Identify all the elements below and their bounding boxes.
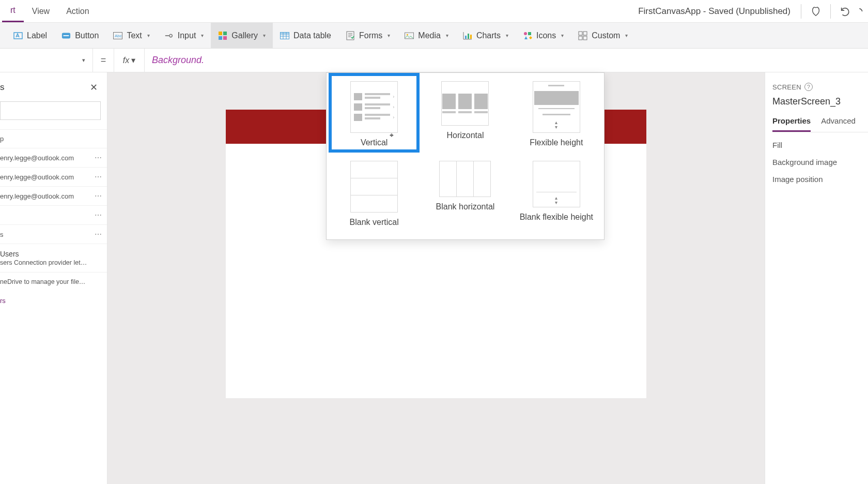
undo-icon[interactable] xyxy=(835,1,856,22)
svg-rect-15 xyxy=(465,36,467,39)
data-item[interactable]: enry.legge@outlook.com ⋯ xyxy=(0,186,107,205)
more-icon[interactable]: ⋯ xyxy=(95,154,103,162)
gallery-thumb xyxy=(441,81,489,126)
ribbon-custom[interactable]: Custom ▾ xyxy=(571,23,635,48)
icons-icon xyxy=(523,31,532,40)
equals-label: = xyxy=(93,55,114,66)
data-search-input[interactable] xyxy=(0,101,101,120)
data-item[interactable]: enry.legge@outlook.com ⋯ xyxy=(0,167,107,186)
gallery-thumb xyxy=(350,161,398,213)
gallery-thumb: ▴▾ xyxy=(533,81,580,133)
gallery-option-blank-vertical[interactable]: Blank vertical xyxy=(329,153,420,232)
ribbon-icons[interactable]: Icons ▾ xyxy=(516,23,571,48)
ribbon-label-text: Label xyxy=(27,31,47,40)
chevron-down-icon: ▾ xyxy=(506,33,508,38)
gallery-option-vertical[interactable]: › › › Vertical ⌖ xyxy=(329,73,420,153)
svg-rect-16 xyxy=(468,34,469,39)
data-item-title: Users xyxy=(0,249,103,259)
gallery-icon xyxy=(218,31,227,40)
chevron-down-icon: ▾ xyxy=(561,33,564,38)
data-item[interactable]: neDrive to manage your files. Yo... xyxy=(0,272,107,291)
data-item[interactable]: p xyxy=(0,129,107,148)
more-icon[interactable]: ⋯ xyxy=(95,173,103,181)
ribbon-text[interactable]: Abc Text ▾ xyxy=(106,23,157,48)
app-checker-icon[interactable] xyxy=(805,1,826,22)
menu-view-tab[interactable]: View xyxy=(24,0,58,22)
svg-text:Abc: Abc xyxy=(115,34,122,38)
data-item-label: enry.legge@outlook.com xyxy=(0,192,74,200)
menu-insert-tab[interactable]: rt xyxy=(2,0,24,22)
ribbon-label-text: Button xyxy=(75,31,99,40)
formula-bar: ▾ = fx▾ Background. xyxy=(0,49,868,72)
chevron-down-icon: ▾ xyxy=(131,55,135,65)
property-dropdown[interactable]: ▾ xyxy=(0,49,93,72)
prop-background-image[interactable]: Background image xyxy=(772,149,868,167)
divider xyxy=(830,4,831,19)
data-item[interactable]: Users sers Connection provider lets you … xyxy=(0,244,107,272)
tab-advanced[interactable]: Advanced xyxy=(821,116,856,132)
custom-icon xyxy=(578,31,587,40)
ribbon-charts[interactable]: Charts ▾ xyxy=(456,23,516,48)
chevron-down-icon: ▾ xyxy=(82,57,85,64)
data-item-label: s xyxy=(0,231,4,238)
svg-rect-6 xyxy=(219,32,222,35)
ribbon-input[interactable]: Input ▾ xyxy=(157,23,211,48)
tab-properties[interactable]: Properties xyxy=(772,116,811,132)
ribbon-label-text: Media xyxy=(418,31,441,40)
more-icon[interactable]: ⋯ xyxy=(95,192,103,200)
data-item[interactable]: enry.legge@outlook.com ⋯ xyxy=(0,148,107,167)
ribbon-forms[interactable]: Forms ▾ xyxy=(338,23,397,48)
ribbon-label-text: Custom xyxy=(592,31,620,40)
charts-icon xyxy=(463,31,472,40)
svg-point-14 xyxy=(407,34,408,35)
chevron-down-icon: ▾ xyxy=(625,33,628,38)
gallery-option-blank-horizontal[interactable]: Blank horizontal xyxy=(420,153,510,232)
chevron-down-icon: ▾ xyxy=(201,33,204,38)
divider xyxy=(801,4,801,19)
ribbon-datatable[interactable]: Data table xyxy=(273,23,338,48)
prop-image-position[interactable]: Image position xyxy=(772,167,868,184)
svg-rect-17 xyxy=(470,35,472,39)
svg-rect-12 xyxy=(347,32,354,40)
svg-rect-9 xyxy=(223,36,227,40)
ribbon-gallery[interactable]: Gallery ▾ xyxy=(211,23,273,48)
ribbon-label-text: Icons xyxy=(536,31,556,40)
formula-input[interactable]: Background. xyxy=(145,55,868,66)
button-icon xyxy=(61,31,71,40)
canvas-area: › › › Vertical ⌖ xyxy=(107,72,765,484)
ribbon-media[interactable]: Media ▾ xyxy=(397,23,456,48)
menu-action-tab[interactable]: Action xyxy=(58,0,97,22)
chevron-down-icon: ▾ xyxy=(263,33,266,38)
app-title: FirstCanvasApp - Saved (Unpublished) xyxy=(638,6,797,17)
data-item[interactable]: ⋯ xyxy=(0,205,107,224)
properties-pane: SCREEN ? MasterScreen_3 Properties Advan… xyxy=(765,72,868,484)
data-item-desc: neDrive to manage your files. Yo... xyxy=(0,278,88,286)
fx-button[interactable]: fx▾ xyxy=(114,49,145,72)
help-icon[interactable]: ? xyxy=(804,83,813,91)
data-item-label: enry.legge@outlook.com xyxy=(0,154,74,162)
svg-rect-7 xyxy=(223,32,227,35)
gallery-option-blank-flexible-height[interactable]: ▴▾ Blank flexible height xyxy=(511,153,602,232)
ribbon-label-text: Input xyxy=(178,31,196,40)
fx-icon: fx xyxy=(123,56,129,65)
input-icon xyxy=(164,31,174,40)
gallery-option-label: Blank flexible height xyxy=(520,213,593,222)
data-item-desc: sers Connection provider lets you ... xyxy=(0,259,88,267)
menubar: rt View Action FirstCanvasApp - Saved (U… xyxy=(0,0,868,23)
data-item[interactable]: s ⋯ xyxy=(0,224,107,244)
connectors-link[interactable]: rs xyxy=(0,292,107,305)
ribbon-label[interactable]: Label xyxy=(6,23,54,48)
more-icon[interactable] xyxy=(856,1,866,22)
gallery-option-horizontal[interactable]: Horizontal xyxy=(420,73,510,153)
ribbon-button[interactable]: Button xyxy=(54,23,106,48)
chevron-down-icon: ▾ xyxy=(147,33,150,38)
close-icon[interactable]: ✕ xyxy=(90,82,101,93)
datatable-icon xyxy=(280,31,289,40)
prop-fill[interactable]: Fill xyxy=(772,132,868,149)
svg-point-18 xyxy=(524,32,527,35)
gallery-thumb xyxy=(439,161,491,197)
more-icon[interactable]: ⋯ xyxy=(95,230,103,238)
gallery-option-flexible-height[interactable]: ▴▾ Flexible height xyxy=(511,73,602,153)
more-icon[interactable]: ⋯ xyxy=(95,211,103,219)
svg-rect-19 xyxy=(528,32,531,35)
